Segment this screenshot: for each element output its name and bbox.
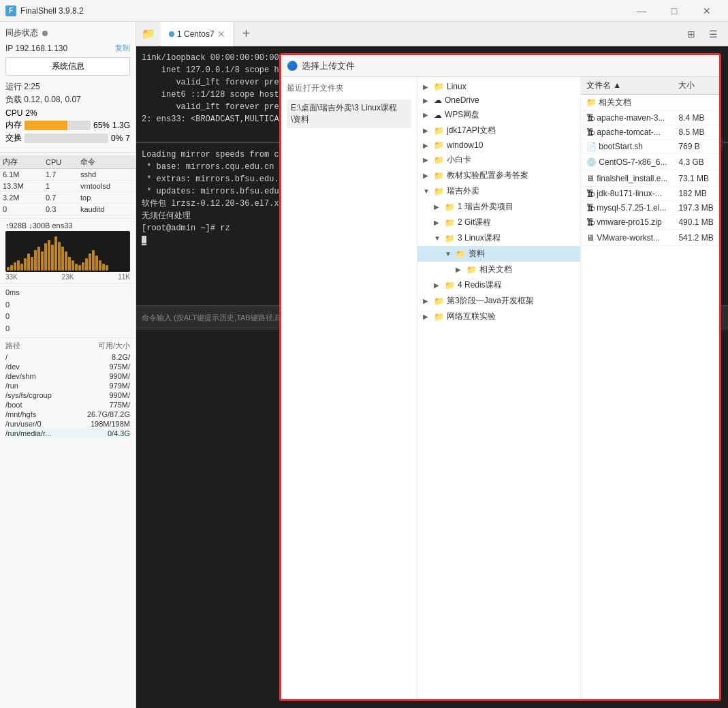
- disk-row: /sys/fs/cgroup990M/: [5, 390, 130, 400]
- expand-icon: ▶: [423, 172, 431, 179]
- tree-item[interactable]: ▶📁 相关文档: [417, 262, 580, 277]
- chart-bar: [44, 243, 47, 271]
- expand-icon: ▶: [434, 219, 442, 226]
- file-row[interactable]: 🗜 apache-tomcat-...8.5 MBWinR/: [581, 125, 719, 140]
- tab-label: 1 Centos7: [177, 29, 215, 39]
- chart-bar: [75, 264, 78, 271]
- chart-bar: [10, 265, 13, 271]
- dialog-title: 选择上传文件: [302, 60, 355, 72]
- folder-icon: 📁: [434, 155, 444, 165]
- tree-item[interactable]: ▶📁 window10: [417, 138, 580, 152]
- cpu-row: CPU 2%: [5, 108, 130, 118]
- file-row[interactable]: 🗜 jdk-8u171-linux-...182 MBWinR/: [581, 187, 719, 201]
- tree-item[interactable]: ▶☁ OneDrive: [417, 93, 580, 107]
- chart-bar: [72, 260, 74, 271]
- ip-row: IP 192.168.1.130 复制: [5, 43, 130, 53]
- chart-bar: [54, 236, 57, 271]
- process-row: 3.2M0.7top: [0, 192, 136, 204]
- tree-item[interactable]: ▶📁 教材实验配置参考答案: [417, 168, 580, 183]
- copy-button[interactable]: 复制: [115, 43, 130, 53]
- disk-row: /run979M/: [5, 381, 130, 390]
- chart-bar: [65, 251, 67, 271]
- process-row: 13.3M1vmtoolsd: [0, 181, 136, 192]
- tree-item[interactable]: ▶📁 1 瑞吉外卖项目: [417, 199, 580, 215]
- folder-icon: 📁: [456, 249, 466, 259]
- chart-bar: [51, 245, 54, 271]
- tree-item[interactable]: ▶📁 jdk17API文档: [417, 123, 580, 138]
- tab-close-icon[interactable]: ✕: [217, 29, 225, 40]
- tree-item[interactable]: ▶📁 小白卡: [417, 152, 580, 168]
- file-row[interactable]: 📄 bootStart.sh769 BShell S: [581, 140, 719, 154]
- file-row[interactable]: 🗜 mysql-5.7.25-1.el...197.3 MBWinR/: [581, 201, 719, 215]
- tree-item[interactable]: ▶📁 4 Redis课程: [417, 277, 580, 293]
- sysinfo-button[interactable]: 系统信息: [5, 57, 130, 76]
- load: 负载 0.12, 0.08, 0.07: [5, 94, 130, 106]
- close-button[interactable]: ✕: [691, 0, 723, 22]
- sync-label: 同步状态: [5, 27, 38, 39]
- file-col-name[interactable]: 文件名 ▲: [581, 77, 673, 95]
- expand-icon: ▶: [434, 203, 442, 211]
- file-row[interactable]: 🗜 vmware-pro15.zip490.1 MBWinR/: [581, 215, 719, 230]
- tree-item[interactable]: ▶📁 第3阶段—Java开发框架: [417, 293, 580, 309]
- chart-bar: [92, 250, 95, 271]
- file-table: 文件名 ▲ 大小 类型 📁 相关文档文件夹🗜 apache-maven-3...…: [581, 77, 719, 246]
- chart-bar: [89, 253, 91, 271]
- tree-item[interactable]: ▼📁 资料: [417, 246, 580, 262]
- folder-icon: 📁: [445, 202, 455, 212]
- file-row[interactable]: 📁 相关文档文件夹: [581, 95, 719, 111]
- file-row[interactable]: 🗜 apache-maven-3...8.4 MBWinR/: [581, 111, 719, 125]
- tab-dot: [169, 31, 174, 37]
- chart-bar: [61, 247, 64, 271]
- title-bar: F FinalShell 3.9.8.2 — □ ✕: [0, 0, 728, 22]
- mem-fill: [25, 121, 67, 130]
- app-icon: F: [5, 5, 16, 16]
- ip-label: IP 192.168.1.130: [5, 44, 67, 53]
- process-row: 00.3kauditd: [0, 204, 136, 215]
- tree-item[interactable]: ▼📁 瑞吉外卖: [417, 183, 580, 199]
- disk-row: /run/user/0198M/198M: [5, 419, 130, 429]
- file-row[interactable]: 🖥 finalshell_install.e...73.1 MB应用程: [581, 170, 719, 187]
- process-section: 内存 CPU 命令 6.1M1.7sshd13.3M1vmtoolsd3.2M0…: [0, 153, 136, 218]
- expand-icon: ▶: [423, 156, 431, 164]
- recent-panel: 最近打开文件夹 E:\桌面\瑞吉外卖\3 Linux课程\资料: [281, 77, 417, 699]
- folder-icon: 📁: [434, 82, 444, 91]
- tree-item[interactable]: ▶📁 2 Git课程: [417, 215, 580, 230]
- mem-row: 内存 65% 1.3G: [5, 119, 130, 131]
- tab-right-controls: ⊞ ☰: [682, 25, 728, 44]
- expand-icon: ▶: [456, 266, 464, 273]
- tree-panel[interactable]: ▶📁 Linux▶☁ OneDrive▶☁ WPS网盘▶📁 jdk17API文档…: [417, 77, 581, 699]
- menu-button[interactable]: ☰: [703, 25, 723, 44]
- app-title: FinalShell 3.9.8.2: [20, 6, 626, 16]
- swap-label: 交换: [5, 132, 22, 144]
- dialog-overlay: 🔵 选择上传文件 最近打开文件夹 E:\桌面\瑞吉外卖\3 Linux课程\资料…: [272, 46, 728, 708]
- tree-item[interactable]: ▶📁 网络互联实验: [417, 309, 580, 324]
- add-tab-button[interactable]: +: [234, 22, 259, 46]
- chart-bar: [17, 260, 20, 271]
- swap-value: 0%: [111, 134, 123, 143]
- disk-row: /boot775M/: [5, 400, 130, 410]
- mem-size: 1.3G: [112, 121, 130, 130]
- file-row[interactable]: 🖥 VMware-workst...541.2 MB应用程: [581, 230, 719, 246]
- sidebar: 同步状态 IP 192.168.1.130 复制 系统信息 运行 2:25 负载…: [0, 22, 136, 708]
- chart-bar: [85, 258, 88, 271]
- folder-nav-icon[interactable]: 📁: [136, 22, 161, 46]
- expand-icon: ▼: [423, 187, 431, 195]
- expand-icon: ▶: [423, 97, 431, 104]
- minimize-button[interactable]: —: [626, 0, 657, 22]
- swap-size: 7: [125, 134, 130, 143]
- process-row: 6.1M1.7sshd: [0, 169, 136, 181]
- maximize-button[interactable]: □: [659, 0, 690, 22]
- chart-bar: [7, 267, 10, 271]
- expand-icon: ▶: [423, 297, 431, 305]
- expand-icon: ▶: [423, 313, 431, 320]
- grid-view-button[interactable]: ⊞: [682, 25, 701, 44]
- centos7-tab[interactable]: 1 Centos7 ✕: [161, 22, 234, 46]
- file-col-size[interactable]: 大小: [673, 77, 718, 95]
- expand-icon: ▼: [434, 234, 442, 242]
- file-row[interactable]: 💿 CentOS-7-x86_6...4.3 GB光盘映: [581, 154, 719, 170]
- tree-item[interactable]: ▶📁 Linux: [417, 80, 580, 93]
- recent-path-item[interactable]: E:\桌面\瑞吉外卖\3 Linux课程\资料: [287, 99, 411, 128]
- tree-item[interactable]: ▶☁ WPS网盘: [417, 107, 580, 123]
- tree-item[interactable]: ▼📁 3 Linux课程: [417, 230, 580, 246]
- folder-icon: 📁: [445, 234, 455, 243]
